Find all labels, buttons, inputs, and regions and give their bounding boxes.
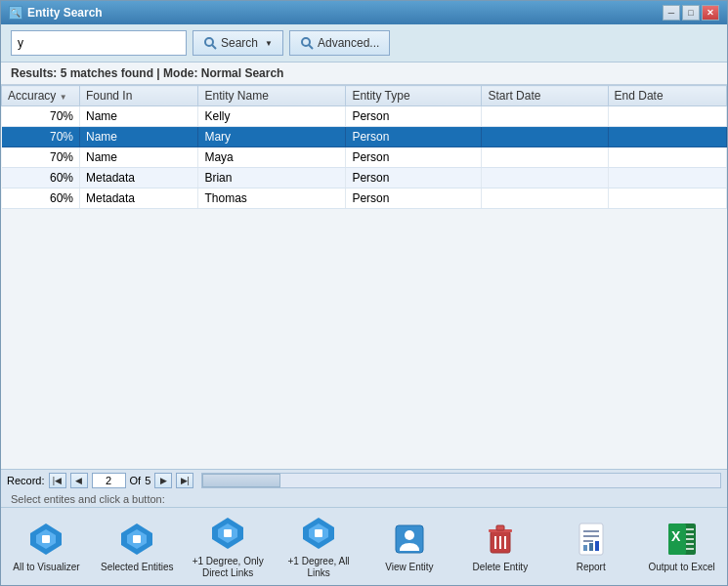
- maximize-button[interactable]: □: [682, 5, 700, 21]
- advanced-button[interactable]: Advanced...: [289, 30, 390, 56]
- cell-end-date: [608, 188, 726, 209]
- record-number-input[interactable]: [92, 473, 126, 488]
- cell-start-date: [482, 106, 608, 127]
- prev-record-button[interactable]: ◀: [70, 473, 88, 488]
- table-row[interactable]: 60% Metadata Thomas Person: [2, 188, 727, 209]
- all-to-visualizer-button[interactable]: All to Visualizer: [7, 520, 85, 573]
- output-excel-label: Output to Excel: [648, 562, 714, 573]
- svg-line-1: [212, 45, 216, 49]
- cell-end-date: [608, 168, 726, 188]
- cell-entity-name: Kelly: [198, 106, 346, 127]
- cell-end-date: [608, 147, 726, 168]
- all-to-visualizer-label: All to Visualizer: [13, 562, 79, 573]
- plus1-all-button[interactable]: +1 Degree, All Links: [279, 514, 358, 579]
- plus1-direct-icon-wrapper: [208, 514, 247, 553]
- svg-rect-30: [595, 541, 599, 551]
- cell-entity-type: Person: [346, 106, 482, 127]
- advanced-button-label: Advanced...: [318, 36, 379, 50]
- plus1-all-icon: [301, 516, 336, 551]
- of-label: Of: [130, 475, 142, 486]
- record-scrollbar[interactable]: [201, 473, 721, 488]
- delete-entity-icon-wrapper: [481, 520, 520, 559]
- record-bar: Record: |◀ ◀ Of 5 ▶ ▶|: [1, 469, 727, 491]
- cell-entity-name: Brian: [198, 168, 346, 188]
- window-icon: 🔍: [9, 6, 22, 20]
- report-icon: [574, 522, 609, 557]
- magnifier-icon: [203, 36, 217, 50]
- output-excel-icon: X: [664, 522, 700, 557]
- plus1-direct-button[interactable]: +1 Degree, Only Direct Links: [189, 514, 267, 579]
- table-container: Accuracy ▼ Found In Entity Name Entity T…: [1, 85, 727, 469]
- col-end-date[interactable]: End Date: [608, 86, 726, 106]
- delete-entity-button[interactable]: Delete Entity: [461, 520, 539, 573]
- svg-point-0: [205, 38, 213, 46]
- table-row[interactable]: 60% Metadata Brian Person: [2, 168, 727, 188]
- cell-entity-type: Person: [346, 188, 482, 209]
- cell-entity-name: Thomas: [198, 188, 346, 209]
- table-header: Accuracy ▼ Found In Entity Name Entity T…: [2, 86, 727, 106]
- record-label: Record:: [7, 475, 45, 486]
- next-record-button[interactable]: ▶: [154, 473, 172, 488]
- advanced-magnifier-icon: [300, 36, 314, 50]
- svg-point-17: [405, 530, 414, 540]
- delete-entity-label: Delete Entity: [472, 562, 528, 573]
- last-record-button[interactable]: ▶|: [176, 473, 193, 488]
- col-start-date[interactable]: Start Date: [482, 86, 608, 106]
- search-button-label: Search: [221, 36, 258, 50]
- report-label: Report: [577, 562, 606, 573]
- plus1-all-label: +1 Degree, All Links: [279, 556, 358, 579]
- report-icon-wrapper: [572, 520, 611, 559]
- view-entity-icon-wrapper: [390, 520, 429, 559]
- col-accuracy[interactable]: Accuracy ▼: [2, 86, 80, 106]
- hint-text: Select entites and click a button:: [11, 493, 165, 505]
- cell-entity-name: Mary: [198, 127, 346, 147]
- selected-entities-icon: [119, 522, 154, 557]
- cell-found-in: Metadata: [80, 168, 198, 188]
- title-controls: ─ □ ✕: [663, 5, 719, 21]
- table-row[interactable]: 70% Name Maya Person: [2, 147, 727, 168]
- search-icon-small: [203, 36, 217, 50]
- svg-point-2: [302, 38, 310, 46]
- svg-rect-12: [224, 529, 232, 537]
- results-table: Accuracy ▼ Found In Entity Name Entity T…: [1, 85, 727, 209]
- delete-entity-icon: [483, 522, 518, 557]
- table-row[interactable]: 70% Name Mary Person: [2, 127, 727, 147]
- action-bar: All to Visualizer Selected Entities: [1, 507, 727, 585]
- cell-start-date: [482, 168, 608, 188]
- cell-end-date: [608, 127, 726, 147]
- col-entity-type[interactable]: Entity Type: [346, 86, 482, 106]
- selected-entities-icon-wrapper: [117, 520, 156, 559]
- cell-accuracy: 60%: [2, 168, 80, 188]
- selected-entities-label: Selected Entities: [101, 562, 174, 573]
- search-dropdown-arrow: ▼: [265, 39, 273, 48]
- first-record-button[interactable]: |◀: [49, 473, 66, 488]
- search-input[interactable]: [11, 30, 187, 56]
- table-row[interactable]: 70% Name Kelly Person: [2, 106, 727, 127]
- plus1-direct-label: +1 Degree, Only Direct Links: [189, 556, 267, 579]
- view-entity-button[interactable]: View Entity: [370, 520, 449, 573]
- search-button[interactable]: Search ▼: [193, 30, 283, 56]
- results-bar: Results: 5 matches found | Mode: Normal …: [1, 63, 727, 85]
- entity-search-window: 🔍 Entity Search ─ □ ✕ Search ▼: [0, 0, 728, 586]
- report-button[interactable]: Report: [552, 520, 630, 573]
- svg-rect-6: [42, 535, 50, 543]
- cell-start-date: [482, 147, 608, 168]
- title-bar: 🔍 Entity Search ─ □ ✕: [1, 1, 727, 24]
- view-entity-icon: [392, 522, 427, 557]
- close-button[interactable]: ✕: [702, 5, 719, 21]
- all-to-visualizer-icon: [28, 522, 64, 557]
- col-entity-name[interactable]: Entity Name: [198, 86, 346, 106]
- results-summary: Results: 5 matches found | Mode: Normal …: [11, 66, 283, 80]
- cell-found-in: Name: [80, 127, 198, 147]
- table-scroll-area[interactable]: Accuracy ▼ Found In Entity Name Entity T…: [1, 85, 727, 469]
- cell-accuracy: 70%: [2, 127, 80, 147]
- selected-entities-button[interactable]: Selected Entities: [98, 520, 176, 573]
- plus1-direct-icon: [210, 516, 245, 551]
- minimize-button[interactable]: ─: [663, 5, 680, 21]
- output-excel-button[interactable]: X Output to Excel: [643, 520, 721, 573]
- cell-entity-name: Maya: [198, 147, 346, 168]
- svg-rect-28: [583, 545, 587, 551]
- svg-text:X: X: [671, 528, 681, 544]
- col-found-in[interactable]: Found In: [80, 86, 198, 106]
- all-to-visualizer-icon-wrapper: [26, 520, 65, 559]
